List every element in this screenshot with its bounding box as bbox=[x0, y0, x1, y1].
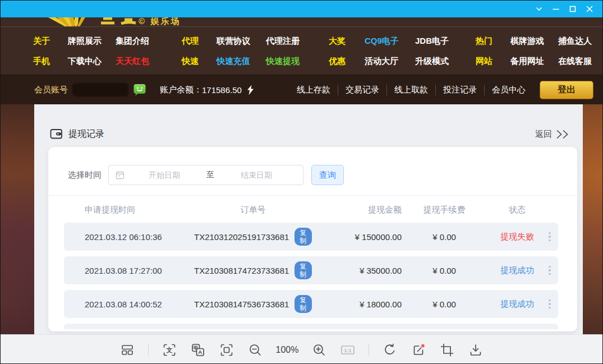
zoom-in-icon[interactable] bbox=[311, 342, 327, 358]
date-range-picker[interactable]: 至 bbox=[108, 165, 303, 185]
header-amount: 提现金额 bbox=[312, 205, 402, 215]
chevron-down-icon[interactable] bbox=[531, 1, 547, 17]
page-title: 提现记录 bbox=[68, 128, 104, 140]
link-member-center[interactable]: 会员中心 bbox=[484, 85, 533, 95]
nav-item-backup-url[interactable]: 备用网址 bbox=[510, 56, 558, 67]
logo-wordmark-fragment bbox=[99, 17, 138, 26]
nav-item-activity-hall[interactable]: 活动大厅 bbox=[365, 56, 415, 67]
viewer-toolbar: 文 甲 A 100% bbox=[1, 334, 602, 364]
table-header: 申请提现时间 订单号 提现金额 提现手续费 状态 bbox=[64, 197, 558, 223]
table-row: 2021.03.08 17:27:00 TX210308174723733681… bbox=[64, 256, 558, 284]
nav-item-about[interactable]: 关于 bbox=[33, 36, 68, 47]
nav-item-mobile[interactable]: 手机 bbox=[33, 56, 68, 67]
one-to-one-icon[interactable]: 1:1 bbox=[340, 342, 356, 358]
page-title-row: 提现记录 返回 bbox=[50, 128, 570, 140]
filter-label: 选择时间 bbox=[68, 170, 102, 181]
nav-item-website[interactable]: 网站 bbox=[476, 56, 510, 67]
end-date-input[interactable] bbox=[217, 171, 296, 179]
main-nav: 关于 牌照展示 集团介绍 代理 联营协议 代理注册 大奖 CQ9电子 JDB电子… bbox=[1, 27, 602, 71]
status-badge: 提现成功 bbox=[487, 265, 547, 276]
main-content-area: 提现记录 返回 选择时间 bbox=[1, 104, 602, 334]
nav-item-quick[interactable]: 快速 bbox=[182, 56, 217, 67]
nav-item-jdb[interactable]: JDB电子 bbox=[415, 36, 476, 47]
header-status: 状态 bbox=[487, 205, 547, 215]
cell-fee: ¥ 0.00 bbox=[402, 266, 487, 275]
edit-icon[interactable] bbox=[411, 342, 426, 358]
link-online-withdraw[interactable]: 线上取款 bbox=[386, 85, 435, 95]
toolbar-divider bbox=[369, 344, 369, 356]
logout-button[interactable]: 登出 bbox=[540, 81, 593, 99]
start-date-input[interactable] bbox=[125, 171, 204, 179]
nav-item-quick-withdraw[interactable]: 快速提现 bbox=[266, 56, 329, 67]
fit-screen-icon[interactable] bbox=[219, 342, 234, 358]
header-order-no: 订单号 bbox=[194, 205, 312, 215]
status-badge: 提现失败 bbox=[487, 232, 547, 242]
svg-text:A: A bbox=[198, 349, 202, 355]
nav-item-fishing[interactable]: 捕鱼达人 bbox=[558, 36, 603, 47]
nav-item-group-intro[interactable]: 集团介绍 bbox=[116, 36, 182, 47]
nav-item-promo[interactable]: 优惠 bbox=[329, 56, 365, 67]
close-button[interactable] bbox=[581, 1, 598, 17]
kebab-menu-icon[interactable] bbox=[547, 264, 552, 278]
search-button[interactable]: 查询 bbox=[311, 165, 344, 185]
cell-amount: ¥ 35000.00 bbox=[312, 266, 402, 275]
link-online-deposit[interactable]: 线上存款 bbox=[289, 85, 338, 95]
cell-order-no: TX210312025191733681 bbox=[194, 232, 289, 242]
nav-item-upgrade-mode[interactable]: 升级模式 bbox=[415, 56, 476, 67]
ocr-text-icon[interactable]: 文 bbox=[162, 342, 177, 358]
copy-button[interactable]: 复制 bbox=[294, 295, 312, 313]
rotate-icon[interactable] bbox=[382, 342, 398, 358]
crop-icon[interactable] bbox=[439, 342, 455, 358]
download-icon[interactable] bbox=[468, 342, 484, 358]
nav-item-license[interactable]: 牌照展示 bbox=[68, 36, 116, 47]
svg-text:文: 文 bbox=[165, 347, 172, 353]
kebab-menu-icon[interactable] bbox=[547, 297, 552, 311]
cell-time: 2021.03.08 14:00:52 bbox=[85, 300, 194, 309]
back-link[interactable]: 返回 bbox=[535, 129, 570, 140]
wallet-icon bbox=[50, 128, 63, 140]
minimize-button[interactable] bbox=[547, 1, 564, 17]
nav-item-joint-agreement[interactable]: 联营协议 bbox=[217, 36, 266, 47]
maximize-button[interactable] bbox=[564, 1, 581, 17]
balance: 账户余额： 171586.50 bbox=[160, 85, 255, 95]
header-fee: 提现手续费 bbox=[402, 205, 487, 215]
status-badge: 提现成功 bbox=[487, 299, 547, 310]
nav-item-cq9[interactable]: CQ9电子 bbox=[365, 36, 415, 47]
cell-fee: ¥ 0.00 bbox=[402, 232, 487, 242]
cell-fee: ¥ 0.00 bbox=[402, 300, 487, 309]
section-divider bbox=[48, 195, 577, 196]
filter-row: 选择时间 至 查询 bbox=[48, 147, 577, 185]
cell-order-no: TX210308174723733681 bbox=[194, 266, 289, 275]
account-links: 线上存款 交易记录 线上取款 投注记录 会员中心 bbox=[289, 85, 533, 95]
nav-item-agent[interactable]: 代理 bbox=[182, 36, 217, 47]
table-row: 2021.03.08 14:00:52 TX210308147536733681… bbox=[64, 290, 558, 318]
lightning-refresh-icon[interactable] bbox=[246, 85, 255, 95]
zoom-level-indicator[interactable]: 100% bbox=[276, 345, 299, 355]
cell-amount: ¥ 18000.00 bbox=[312, 300, 402, 309]
copy-button[interactable]: 复制 bbox=[294, 261, 312, 279]
nav-item-quick-deposit[interactable]: 快速充值 bbox=[217, 56, 266, 67]
nav-item-online-service[interactable]: 在线客服 bbox=[558, 56, 603, 67]
brand-suffix: © 娱乐场 bbox=[139, 17, 181, 27]
logo-row: © 娱乐场 bbox=[1, 17, 602, 27]
nav-item-jackpot[interactable]: 大奖 bbox=[329, 36, 365, 47]
translate-icon[interactable]: 甲 A bbox=[190, 342, 206, 358]
nav-item-board-games[interactable]: 棋牌游戏 bbox=[510, 36, 558, 47]
link-transaction-records[interactable]: 交易记录 bbox=[338, 85, 386, 95]
kebab-menu-icon[interactable] bbox=[547, 230, 552, 244]
message-icon[interactable] bbox=[133, 83, 146, 96]
nav-item-red-packet[interactable]: 天天红包 bbox=[116, 56, 182, 67]
layout-panels-icon[interactable] bbox=[119, 342, 135, 358]
nav-item-hot[interactable]: 热门 bbox=[476, 36, 510, 47]
member-account-label: 会员账号 bbox=[34, 85, 68, 95]
nav-item-download-center[interactable]: 下载中心 bbox=[68, 56, 116, 67]
header-apply-time: 申请提现时间 bbox=[85, 205, 194, 215]
cell-time: 2021.03.08 17:27:00 bbox=[85, 266, 194, 275]
site-header: © 娱乐场 关于 牌照展示 集团介绍 代理 联营协议 代理注册 大奖 CQ9电子… bbox=[1, 17, 602, 75]
nav-item-agent-register[interactable]: 代理注册 bbox=[266, 36, 329, 47]
copy-button[interactable]: 复制 bbox=[294, 228, 312, 246]
zoom-out-icon[interactable] bbox=[247, 342, 263, 358]
balance-label: 账户余额： bbox=[160, 85, 202, 95]
toolbar-divider bbox=[148, 344, 149, 356]
link-bet-records[interactable]: 投注记录 bbox=[435, 85, 484, 95]
